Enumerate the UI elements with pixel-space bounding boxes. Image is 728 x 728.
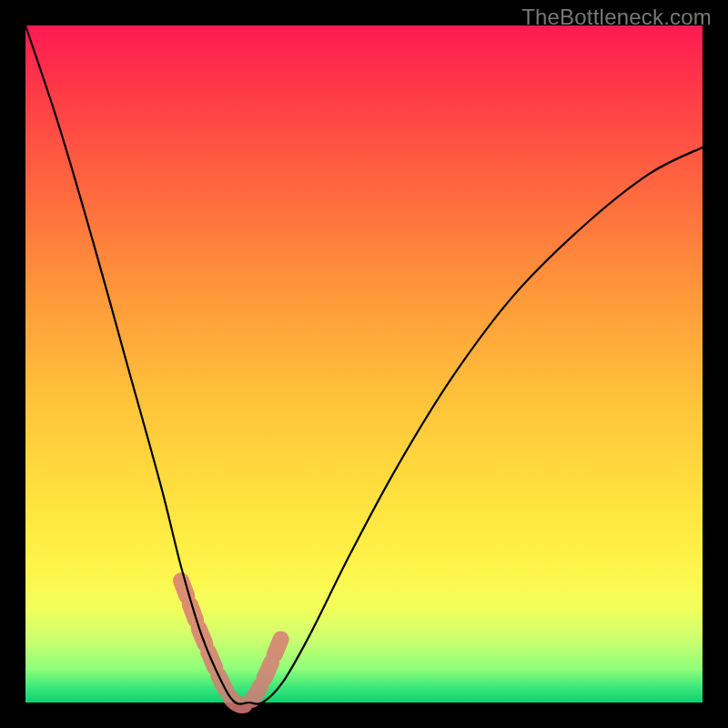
bottleneck-curve bbox=[25, 25, 703, 704]
plot-area bbox=[25, 25, 703, 703]
curve-svg bbox=[25, 25, 703, 703]
chart-frame: TheBottleneck.com bbox=[0, 0, 728, 728]
valley-highlight bbox=[181, 581, 283, 705]
